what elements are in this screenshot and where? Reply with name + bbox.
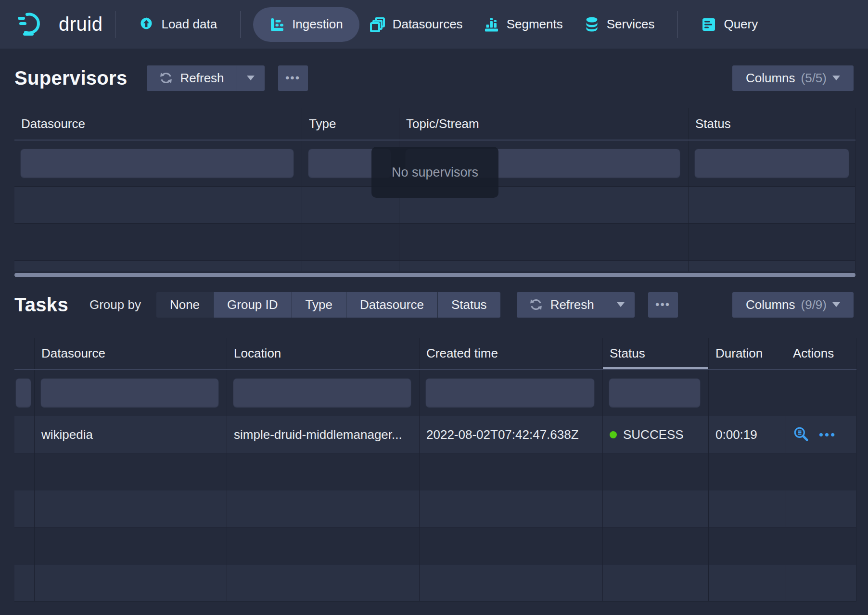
more-icon: ••• [285, 71, 300, 85]
column-header-status-sorted[interactable]: Status [603, 338, 709, 369]
horizontal-scrollbar[interactable] [14, 273, 855, 277]
empty-cell [420, 527, 603, 564]
nav-label: Query [724, 17, 758, 32]
empty-cell [420, 453, 603, 490]
tasks-section: Tasks Group by None Group ID Type Dataso… [0, 290, 868, 602]
chevron-down-icon [247, 76, 255, 80]
nav-divider [240, 11, 241, 38]
empty-cell [14, 564, 35, 601]
empty-cell [35, 564, 227, 601]
supervisors-refresh-interval-button[interactable] [237, 65, 265, 91]
filter-cell [420, 370, 603, 416]
no-supervisors-message: No supervisors [392, 165, 478, 180]
supervisors-title: Supervisors [14, 67, 128, 89]
group-by-datasource-button[interactable]: Datasource [346, 292, 438, 318]
created-time-filter-input[interactable] [425, 378, 595, 408]
multi-panel-icon [370, 17, 385, 32]
tasks-refresh-split: Refresh [517, 292, 635, 318]
empty-cell [399, 224, 689, 260]
status-filter-input[interactable] [609, 378, 701, 408]
empty-cell [709, 527, 786, 564]
task-details-button[interactable] [793, 426, 809, 444]
column-header-datasource[interactable]: Datasource [35, 338, 227, 369]
column-header-actions[interactable]: Actions [786, 338, 856, 369]
column-header-datasource[interactable]: Datasource [14, 108, 302, 140]
tasks-refresh-interval-button[interactable] [607, 292, 635, 318]
database-icon [584, 16, 600, 33]
empty-cell [603, 490, 709, 527]
nav-items: Load data Ingestion [128, 0, 768, 49]
tasks-more-button[interactable]: ••• [648, 292, 678, 318]
group-by-none-button[interactable]: None [156, 292, 214, 318]
supervisors-columns-button[interactable]: Columns (5/5) [732, 65, 854, 91]
empty-cell [302, 261, 399, 271]
columns-label: Columns [746, 297, 795, 312]
tasks-columns-button[interactable]: Columns (9/9) [732, 292, 854, 318]
nav-ingestion[interactable]: Ingestion [253, 7, 359, 42]
empty-cell [420, 564, 603, 601]
status-filter-input[interactable] [694, 149, 849, 179]
column-header-status[interactable]: Status [689, 108, 855, 140]
nav-label: Ingestion [292, 17, 343, 32]
chevron-down-icon [832, 76, 840, 80]
nav-label: Services [607, 17, 655, 32]
supervisors-section: Supervisors Refresh [0, 63, 868, 277]
empty-row [14, 224, 855, 261]
empty-cell [709, 370, 786, 416]
group-by-status-button[interactable]: Status [438, 292, 500, 318]
filter-cell [227, 370, 420, 416]
column-header-type[interactable]: Type [302, 108, 399, 140]
nav-segments[interactable]: Segments [473, 7, 574, 42]
nav-divider [115, 11, 115, 38]
empty-cell [786, 370, 856, 416]
status-header-label: Status [610, 346, 645, 361]
task-location[interactable]: simple-druid-middlemanager... [227, 416, 420, 453]
nav-query[interactable]: Query [690, 7, 768, 42]
empty-cell [35, 453, 227, 490]
nav-load-data[interactable]: Load data [128, 7, 228, 42]
task-row-wikipedia[interactable]: wikipedia simple-druid-middlemanager... … [14, 416, 856, 453]
column-header-duration[interactable]: Duration [709, 338, 786, 369]
group-by-type-button[interactable]: Type [292, 292, 346, 318]
nav-services[interactable]: Services [574, 7, 665, 42]
task-duration[interactable]: 0:00:19 [709, 416, 786, 453]
column-header-created-time[interactable]: Created time [420, 338, 603, 369]
column-header-location[interactable]: Location [227, 338, 420, 369]
supervisors-more-button[interactable]: ••• [278, 65, 308, 91]
columns-label: Columns [746, 71, 795, 86]
nav-label: Load data [161, 17, 217, 32]
empty-cell [603, 527, 709, 564]
task-created-time[interactable]: 2022-08-02T07:42:47.638Z [420, 416, 603, 453]
refresh-label: Refresh [550, 297, 594, 312]
empty-cell [227, 490, 420, 527]
nav-datasources[interactable]: Datasources [359, 7, 473, 42]
column-header-topic-stream[interactable]: Topic/Stream [399, 108, 689, 140]
gutter-cell [14, 416, 35, 453]
task-status[interactable]: SUCCESS [603, 416, 709, 453]
brand[interactable]: druid [17, 11, 102, 38]
task-datasource[interactable]: wikipedia [35, 416, 227, 453]
tasks-refresh-button[interactable]: Refresh [517, 292, 607, 318]
empty-cell [399, 261, 689, 271]
supervisors-refresh-button[interactable]: Refresh [147, 65, 237, 91]
columns-count: (9/9) [801, 297, 827, 312]
datasource-filter-input[interactable] [40, 378, 219, 408]
supervisors-refresh-split: Refresh [147, 65, 265, 91]
more-icon: ••• [819, 427, 836, 442]
datasource-filter-input[interactable] [20, 149, 294, 179]
brand-name: druid [59, 13, 102, 35]
group-by-group-id-button[interactable]: Group ID [214, 292, 292, 318]
task-actions-more-button[interactable]: ••• [819, 427, 836, 442]
chevron-down-icon [617, 302, 625, 307]
magnifier-detail-icon [793, 426, 809, 444]
location-filter-input[interactable] [233, 378, 411, 408]
top-navbar: druid Load data [0, 0, 868, 49]
gantt-chart-icon [269, 17, 285, 32]
empty-cell [14, 187, 302, 223]
empty-cell [14, 453, 35, 490]
tasks-table: Datasource Location Created time Status … [14, 338, 856, 602]
empty-cell [786, 527, 856, 564]
gutter-filter-input[interactable] [15, 378, 31, 408]
empty-row [14, 527, 856, 564]
empty-row [14, 490, 856, 527]
